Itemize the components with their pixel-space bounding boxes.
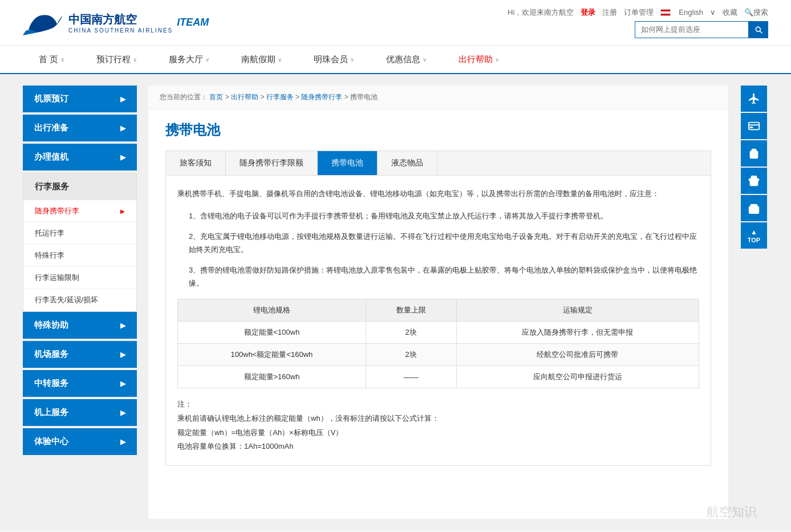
top-links: Hi，欢迎来南方航空 登录 注册 订单管理 English ∨ 收藏 🔍搜索 bbox=[508, 7, 768, 18]
svg-rect-9 bbox=[749, 206, 759, 213]
search-icon bbox=[754, 25, 763, 34]
right-icon-airplane[interactable] bbox=[741, 86, 767, 112]
sidebar-checked-label: 托运行李 bbox=[35, 228, 64, 238]
sidebar-sub-checked[interactable]: 托运行李 bbox=[23, 222, 136, 245]
right-icon-checkin[interactable] bbox=[741, 113, 767, 139]
page-body: 机票预订 ▶ 出行准备 ▶ 办理值机 ▶ 行李服务 随身携带行李 ▶ 托运行李 … bbox=[0, 74, 791, 530]
nav-item-booking[interactable]: 预订行程 ∨ bbox=[80, 45, 153, 74]
sidebar-checkin-label: 办理值机 bbox=[34, 152, 68, 163]
table-cell-qty-2: 2块 bbox=[366, 344, 456, 366]
rule-item-1: 1、含锂电池的电子设备可以可作为手提行李携带登机；备用锂电池及充电宝禁止放入托运… bbox=[189, 209, 699, 222]
logo-area: 中国南方航空 CHINA SOUTHERN AIRLINES ITEAM bbox=[23, 7, 207, 38]
tab-battery[interactable]: 携带电池 bbox=[318, 151, 378, 175]
table-row: 额定能量>160wh —— 应向航空公司申报进行货运 bbox=[178, 366, 699, 388]
note-line-3: 电池容量单位换算：1Ah=1000mAh bbox=[177, 440, 699, 454]
right-icon-luggage[interactable] bbox=[741, 140, 767, 166]
sidebar-sub-special[interactable]: 特殊行李 bbox=[23, 245, 136, 267]
nav-item-vacation[interactable]: 南航假期 ∨ bbox=[225, 45, 298, 74]
sidebar-item-ticket[interactable]: 机票预订 ▶ bbox=[23, 86, 137, 112]
table-cell-rule-2: 经航空公司批准后可携带 bbox=[456, 344, 699, 366]
sidebar-prepare-label: 出行准备 bbox=[34, 123, 68, 133]
sidebar-item-airport[interactable]: 机场服务 ▶ bbox=[23, 341, 137, 368]
search-input[interactable] bbox=[635, 21, 749, 38]
note-line-2: 额定能量（wh）=电池容量（Ah）×标称电压（V） bbox=[177, 426, 699, 440]
login-link[interactable]: 登录 bbox=[581, 7, 595, 18]
breadcrumb-carry[interactable]: 随身携带行李 bbox=[301, 93, 342, 101]
sidebar-item-transit[interactable]: 中转服务 ▶ bbox=[23, 370, 137, 397]
nav-item-offers[interactable]: 优惠信息 ∨ bbox=[370, 45, 443, 74]
table-cell-rule-3: 应向航空公司申报进行货运 bbox=[456, 366, 699, 388]
sidebar-item-experience[interactable]: 体验中心 ▶ bbox=[23, 428, 137, 455]
search-link[interactable]: 🔍搜索 bbox=[744, 7, 768, 18]
tab-carry-limit[interactable]: 随身携带行李限额 bbox=[226, 151, 318, 175]
right-sidebar: ▲ TOP bbox=[740, 86, 768, 519]
sidebar-checkin-arrow: ▶ bbox=[120, 153, 125, 161]
table-header-rule: 运输规定 bbox=[456, 299, 699, 322]
greeting-text: Hi，欢迎来南方航空 bbox=[508, 7, 574, 18]
table-row: 100wh<额定能量<160wh 2块 经航空公司批准后可携带 bbox=[178, 344, 699, 366]
sidebar-airport-label: 机场服务 bbox=[34, 349, 68, 360]
table-cell-qty-1: 2块 bbox=[366, 322, 456, 344]
note-title: 注： bbox=[177, 397, 699, 412]
breadcrumb-sep1: > bbox=[225, 93, 231, 101]
sidebar-onboard-arrow: ▶ bbox=[120, 409, 125, 417]
breadcrumb-sep2: > bbox=[260, 93, 266, 101]
register-link[interactable]: 注册 bbox=[602, 7, 617, 18]
table-row: 额定能量<100wh 2块 应放入随身携带行李，但无需申报 bbox=[178, 322, 699, 344]
note-section: 注： 乘机前请确认锂电池上标注的额定能量（wh），没有标注的请按以下公式计算： … bbox=[177, 397, 699, 454]
favorites-link[interactable]: 收藏 bbox=[723, 7, 737, 18]
search-bar bbox=[635, 21, 768, 38]
table-cell-spec-3: 额定能量>160wh bbox=[178, 366, 366, 388]
right-icon-bag[interactable] bbox=[741, 195, 767, 221]
sidebar-sub-restrictions[interactable]: 行李运输限制 bbox=[23, 267, 136, 289]
sidebar-item-onboard[interactable]: 机上服务 ▶ bbox=[23, 399, 137, 426]
page-title: 携带电池 bbox=[165, 121, 711, 139]
bag-icon bbox=[748, 202, 760, 214]
breadcrumb-home[interactable]: 首页 bbox=[209, 93, 223, 101]
tab-passenger-notice[interactable]: 旅客须知 bbox=[166, 151, 226, 175]
logo-cn-text: 中国南方航空 bbox=[68, 12, 173, 27]
airplane-icon bbox=[748, 92, 760, 105]
breadcrumb-help[interactable]: 出行帮助 bbox=[231, 93, 258, 101]
sidebar-carry-label: 随身携带行李 bbox=[35, 206, 79, 216]
gift-icon bbox=[748, 174, 760, 187]
sidebar-item-prepare[interactable]: 出行准备 ▶ bbox=[23, 115, 137, 141]
tab-liquid[interactable]: 液态物品 bbox=[378, 151, 437, 175]
sidebar-special-label: 特殊行李 bbox=[35, 250, 64, 261]
sidebar-prepare-arrow: ▶ bbox=[120, 124, 125, 132]
nav-item-home[interactable]: 首 页 ∨ bbox=[23, 45, 80, 74]
main-content: 您当前的位置： 首页 > 出行帮助 > 行李服务 > 随身携带行李 > 携带电池… bbox=[148, 86, 728, 519]
language-link[interactable]: English bbox=[679, 8, 703, 17]
sidebar-sub-carry[interactable]: 随身携带行李 ▶ bbox=[23, 200, 136, 222]
sidebar-luggage-header[interactable]: 行李服务 bbox=[23, 173, 136, 200]
tabs-header: 旅客须知 随身携带行李限额 携带电池 液态物品 bbox=[166, 151, 711, 176]
right-icon-top[interactable]: ▲ TOP bbox=[741, 222, 767, 249]
sidebar-onboard-label: 机上服务 bbox=[34, 407, 68, 418]
sidebar-item-checkin[interactable]: 办理值机 ▶ bbox=[23, 144, 137, 170]
sidebar-sub-lost[interactable]: 行李丢失/延误/损坏 bbox=[23, 289, 136, 311]
battery-table: 锂电池规格 数量上限 运输规定 额定能量<100wh 2块 应放入随身携带行李，… bbox=[177, 299, 699, 388]
logo-name: 中国南方航空 CHINA SOUTHERN AIRLINES bbox=[68, 12, 173, 34]
logo-en-text: CHINA SOUTHERN AIRLINES bbox=[68, 27, 173, 34]
sidebar-luggage-group: 行李服务 随身携带行李 ▶ 托运行李 特殊行李 行李运输限制 行李丢失/延误/损… bbox=[23, 173, 137, 312]
breadcrumb-luggage[interactable]: 行李服务 bbox=[266, 93, 294, 101]
svg-rect-0 bbox=[749, 123, 759, 130]
sidebar-special-assist-arrow: ▶ bbox=[120, 322, 125, 330]
sidebar-restrictions-label: 行李运输限制 bbox=[35, 273, 79, 283]
table-cell-rule-1: 应放入随身携带行李，但无需申报 bbox=[456, 322, 699, 344]
top-bar: 中国南方航空 CHINA SOUTHERN AIRLINES ITEAM Hi，… bbox=[0, 0, 791, 46]
sidebar-ticket-arrow: ▶ bbox=[120, 95, 125, 103]
nav-item-help[interactable]: 出行帮助 ∨ bbox=[443, 45, 515, 74]
nav-item-member[interactable]: 明珠会员 ∨ bbox=[298, 45, 370, 74]
orders-link[interactable]: 订单管理 bbox=[624, 7, 654, 18]
right-icon-gift[interactable] bbox=[741, 168, 767, 194]
main-nav: 首 页 ∨ 预订行程 ∨ 服务大厅 ∨ 南航假期 ∨ 明珠会员 ∨ 优惠信息 ∨… bbox=[0, 46, 791, 74]
luggage-icon bbox=[748, 147, 760, 160]
nav-item-service[interactable]: 服务大厅 ∨ bbox=[153, 45, 225, 74]
breadcrumb-sep4: > bbox=[344, 93, 350, 101]
table-header-quantity: 数量上限 bbox=[366, 299, 456, 322]
search-button[interactable] bbox=[749, 21, 768, 38]
iteam-logo: ITEAM bbox=[179, 11, 207, 34]
sidebar-item-special-assist[interactable]: 特殊协助 ▶ bbox=[23, 312, 137, 339]
content-area: 携带电池 旅客须知 随身携带行李限额 携带电池 液态物品 乘机携带手机、手提电脑… bbox=[148, 109, 728, 477]
